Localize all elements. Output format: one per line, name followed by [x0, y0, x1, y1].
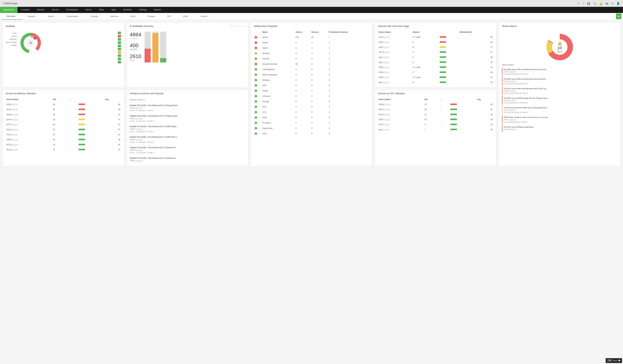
subnav-storage[interactable]: Storage ⌄ [86, 13, 106, 20]
add-widget-button[interactable]: ⊕ [616, 13, 621, 19]
nav-network[interactable]: Network [33, 7, 48, 13]
table-row[interactable]: ✕Router222 [254, 40, 369, 45]
subnav-custom[interactable]: Custom ⌄ [196, 13, 215, 20]
user-icon[interactable]: 👤 [617, 2, 620, 5]
table-row[interactable]: ✓TapeLibrary000 [254, 126, 369, 131]
edit-icon[interactable]: ✎ [237, 25, 239, 27]
table-row[interactable]: vCenC:\ Label...96 [378, 35, 493, 40]
subnav-dpi[interactable]: DPI ⌄ [162, 13, 178, 20]
table-row[interactable]: ✓Unknown030 [254, 94, 369, 99]
table-row[interactable]: OPM-30...39 [378, 117, 493, 122]
iface-item[interactable]: Realtek RTL8139C+ Fast Ethernet NIC #4-E… [130, 155, 245, 164]
alarm-item[interactable]: ID=6002 Source=MSExchange Mid-Tier Stora… [502, 96, 617, 105]
table-row[interactable]: HP Pr35...57 [378, 107, 493, 112]
table-row[interactable]: Opma80...81 [6, 112, 121, 117]
table-row[interactable]: Opm-215...57 [6, 127, 121, 132]
favorite-icon[interactable]: ☆ [610, 15, 615, 18]
heat-square[interactable] [118, 45, 121, 47]
table-row[interactable]: ✓UPS000 [254, 83, 369, 88]
table-row[interactable]: OpmD:72 [378, 45, 493, 50]
expand-icon[interactable]: ⤢ [240, 25, 242, 27]
table-row[interactable]: HP Pr59...63 [6, 122, 121, 127]
nav-apps[interactable]: Apps [108, 7, 120, 13]
nav-inventory[interactable]: Inventory [18, 7, 33, 13]
export-icon[interactable]: ⎘ [234, 25, 235, 27]
device-icon[interactable]: ▮▮ [605, 2, 608, 5]
table-row[interactable]: N2-op42...42 [6, 147, 121, 152]
table-row[interactable]: vCent92...93 [6, 107, 121, 112]
table-row[interactable]: ✓Load Balancer000 [254, 67, 369, 72]
table-row[interactable]: vijay-C:43 [378, 60, 493, 65]
headset-icon[interactable]: 🎧 [587, 2, 590, 5]
search-icon[interactable]: 🔍 [593, 2, 596, 5]
table-row[interactable]: ✓Firewall000 [254, 56, 369, 62]
alarm-item[interactable]: ID=700 Source=NTDS ISAM Type=3 Message=N… [502, 106, 617, 114]
subnav-firewall[interactable]: Firewall ⌄ [143, 13, 162, 20]
table-row[interactable]: opm-D:35 [378, 80, 493, 85]
subnav-virtualization[interactable]: Virtualization ⌄ [61, 13, 86, 20]
iface-item[interactable]: Realtek RTL8139C+ Fast Ethernet NIC #3-N… [130, 113, 245, 124]
table-row[interactable]: ✓UCS000 [254, 110, 369, 115]
heat-square[interactable] [118, 35, 121, 38]
alarm-item[interactable]: APM Plugin: Health is critical as the re… [502, 115, 617, 124]
heat-square[interactable] [118, 61, 121, 64]
table-row[interactable]: OPMc97...99 [378, 102, 493, 107]
nav-alarms[interactable]: Alarms [82, 7, 95, 13]
table-row[interactable]: HP DL35...45 [6, 142, 121, 147]
nav-workflow[interactable]: Workflow [120, 7, 135, 13]
table-row[interactable]: ✓Wireless000 [254, 78, 369, 83]
nav-virtualization[interactable]: Virtualization [63, 7, 82, 13]
subnav-ipam[interactable]: IPAM ⌄ [178, 13, 196, 20]
table-row[interactable]: opm-C:48 [378, 55, 493, 60]
subnav-ncm[interactable]: NCM ⌄ [126, 13, 143, 20]
nav-settings[interactable]: Settings [135, 7, 150, 13]
table-row[interactable]: ✓WAN Accelerator000 [254, 72, 369, 78]
iface-item[interactable]: Realtek RTL8139C+ Fast Ethernet NIC #3-W… [130, 134, 245, 145]
alarm-item[interactable]: ID=2004 Source=Microsoft-Windows-Resourc… [502, 67, 617, 76]
refresh-icon[interactable]: ↻ [231, 25, 233, 27]
table-row[interactable]: OPMc45...46 [6, 137, 121, 142]
table-row[interactable]: opm-w26...74 [6, 117, 121, 122]
nav-maps[interactable]: Maps [95, 7, 108, 13]
table-row[interactable]: OPMC:38 [378, 70, 493, 75]
screen-icon[interactable]: ⎚ [582, 2, 584, 5]
table-row[interactable]: ✓RAID000 [254, 115, 369, 120]
table-row[interactable]: ✓URLs000 [254, 131, 369, 136]
table-row[interactable]: ✕Switch121 [254, 45, 369, 51]
table-row[interactable]: ✓Printer010 [254, 88, 369, 94]
heat-square[interactable] [118, 32, 121, 34]
table-row[interactable]: k16-D11...49 [378, 112, 493, 117]
table-row[interactable]: OpmC:95 [378, 40, 493, 45]
table-row[interactable]: ✕DomainController4922 [254, 62, 369, 67]
subnav-overview[interactable]: Overview ⌄ [2, 13, 23, 20]
bell-icon[interactable]: 🔔 [599, 2, 602, 5]
alarm-item[interactable]: ID=1014 Source=Microsoft-Windows-DNS-Cli… [502, 87, 617, 95]
table-row[interactable]: ✕Server215207 [254, 35, 369, 40]
table-row[interactable]: HP PiC:52 [378, 50, 493, 55]
table-row[interactable]: ✓Storage000 [254, 99, 369, 104]
heat-square[interactable] [118, 41, 121, 44]
iface-item[interactable]: Realtek RTL8139C+ Fast Ethernet NIC #3-E… [130, 145, 245, 155]
table-row[interactable]: ✓PDU000 [254, 104, 369, 110]
gear-icon[interactable]: ⚙ [611, 2, 614, 5]
table-row[interactable]: Cisco52...52 [6, 132, 121, 137]
nav-servers[interactable]: Servers [48, 7, 63, 13]
table-row[interactable]: opm-1...28 [378, 127, 493, 132]
subnav-server[interactable]: Server ⌄ [43, 13, 61, 20]
subnav-netflow[interactable]: NetFlow ⌄ [106, 13, 126, 20]
heat-square[interactable] [118, 51, 121, 54]
heat-square[interactable] [118, 54, 121, 57]
table-row[interactable]: OPMC:\ Label...42 [378, 65, 493, 70]
alarm-item[interactable]: ID=4625 Source=Microsoft-Windows-Securit… [502, 77, 617, 86]
subnav-network[interactable]: Network ⌄ [23, 13, 43, 20]
table-row[interactable]: HP D4...29 [378, 122, 493, 127]
close-icon[interactable]: ✕ [244, 25, 245, 27]
heat-square[interactable] [118, 48, 121, 50]
iface-item[interactable]: Realtek RTL8139C+ Fast Ethernet NIC #3-W… [130, 124, 245, 134]
nav-dashboard[interactable]: Dashboard [0, 7, 18, 13]
iface-item[interactable]: Realtek RTL8139C+ Fast Ethernet NIC #3-N… [130, 103, 245, 113]
heat-square[interactable] [118, 58, 121, 60]
table-row[interactable]: OPMC:\ Label...37 [378, 75, 493, 80]
table-row[interactable]: ✓FCSwitch000 [254, 120, 369, 126]
table-row[interactable]: !Desktop832 [254, 51, 369, 56]
